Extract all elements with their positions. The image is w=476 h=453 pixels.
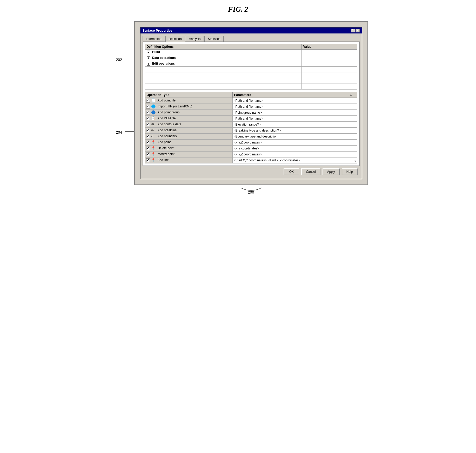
checkbox-modify-point[interactable]: [146, 153, 150, 156]
annotation-202: 202: [116, 58, 122, 62]
expand-icon-data-ops[interactable]: +: [147, 56, 150, 60]
op-label-add-contour: Add contour data: [158, 122, 181, 126]
add-point-group-icon: 🔵: [151, 110, 156, 115]
checkbox-add-point[interactable]: [146, 141, 150, 144]
op-label-modify-point: Modify point: [158, 152, 175, 156]
expand-icon-build[interactable]: +: [147, 51, 150, 54]
op-param-modify-point: <X,Y,Z coordinates>: [234, 153, 262, 156]
ops-col-type: Operation Type: [145, 92, 232, 98]
operations-wrapper: Operation Type Parameters ▲: [145, 92, 357, 163]
list-item: ○ Add boundary <Boundary type and descri…: [145, 134, 357, 140]
op-param-delete-point: <X,Y coordinates>: [234, 147, 259, 150]
operations-table: Operation Type Parameters ▲: [145, 92, 357, 163]
add-line-icon: 📍: [151, 158, 156, 163]
op-label-add-point-group: Add point group: [158, 111, 180, 114]
op-param-add-dem: <Path and file name>: [234, 117, 263, 120]
figure-title: FIG. 2: [228, 5, 248, 13]
title-bar: Surface Properties ? X: [140, 28, 362, 33]
op-label-delete-point: Delete point: [158, 146, 174, 150]
tab-definition[interactable]: Definition: [165, 36, 185, 42]
ok-button[interactable]: OK: [284, 168, 299, 175]
op-param-add-point: <X,Y,Z coordinates>: [234, 141, 262, 144]
edit-operations-label: Edit operations: [152, 62, 175, 65]
checkbox-add-breakline[interactable]: [146, 129, 150, 132]
op-label-add-point: Add point: [158, 140, 171, 144]
table-row: + Build: [145, 50, 357, 55]
data-operations-label: Data operations: [152, 56, 176, 60]
add-dem-icon: 📋: [151, 116, 156, 121]
list-item: 🌐 Import TIN (or LandXML) <Path and file…: [145, 104, 357, 110]
op-param-add-boundary: <Boundary type and description: [234, 135, 278, 138]
list-item: ≋ Add contour data <Elevation range?>: [145, 122, 357, 128]
list-item: 📄 Add point file <Path and file name>: [145, 98, 357, 104]
add-point-icon: 📍: [151, 140, 156, 145]
import-tin-icon: 🌐: [151, 104, 156, 109]
checkbox-import-tin[interactable]: [146, 105, 150, 108]
checkbox-add-point-file[interactable]: [146, 99, 150, 102]
tab-analysis[interactable]: Analysis: [186, 36, 204, 42]
list-item: 🔵 Add point group <Point group name>: [145, 110, 357, 116]
tab-bar: Information Definition Analysis Statisti…: [143, 36, 360, 42]
checkbox-add-dem[interactable]: [146, 117, 150, 120]
table-row: [145, 72, 357, 78]
op-param-add-breakline: <Breakline type and description?>: [234, 129, 281, 132]
tab-information[interactable]: Information: [143, 36, 165, 42]
add-breakline-icon: ✏: [151, 128, 156, 133]
dialog-title: Surface Properties: [143, 29, 173, 32]
help-button[interactable]: Help: [342, 168, 358, 175]
table-row: [145, 84, 357, 90]
add-point-file-icon: 📄: [151, 98, 156, 103]
list-item: 📍 Delete point <X,Y coordinates>: [145, 146, 357, 152]
expand-icon-edit-ops[interactable]: +: [147, 62, 150, 66]
dialog-window: Surface Properties ? X Information Defin…: [140, 27, 362, 179]
table-row: [145, 67, 357, 72]
checkbox-add-line[interactable]: [146, 159, 150, 162]
add-contour-icon: ≋: [151, 122, 156, 127]
help-title-button[interactable]: ?: [351, 29, 355, 32]
list-item: ✏ Add breakline <Breakline type and desc…: [145, 128, 357, 134]
table-row: + Data operations: [145, 55, 357, 61]
def-col-options: Definition Options: [145, 44, 301, 50]
build-label: Build: [152, 50, 160, 54]
tab-statistics[interactable]: Statistics: [204, 36, 224, 42]
checkbox-add-point-group[interactable]: [146, 111, 150, 114]
add-boundary-icon: ○: [151, 134, 156, 139]
scroll-down-indicator: ▼: [354, 160, 357, 163]
list-item: 📍 Add line <Start X,Y coordinates>, <End…: [145, 157, 357, 163]
op-label-add-line: Add line: [158, 158, 169, 162]
op-param-add-point-group: <Point group name>: [234, 111, 262, 114]
cancel-button[interactable]: Cancel: [301, 168, 320, 175]
table-row: [145, 78, 357, 84]
checkbox-add-contour[interactable]: [146, 123, 150, 126]
apply-button[interactable]: Apply: [323, 168, 340, 175]
table-row: + Edit operations: [145, 61, 357, 67]
dialog-content: Information Definition Analysis Statisti…: [140, 33, 362, 179]
op-label-add-breakline: Add breakline: [158, 128, 177, 132]
modify-point-icon: 📍: [151, 152, 156, 157]
op-label-import-tin: Import TIN (or LandXML): [158, 105, 192, 108]
ops-col-params: Parameters ▲: [232, 92, 357, 98]
outer-container: Surface Properties ? X Information Defin…: [134, 21, 368, 185]
list-item: 📍 Modify point <X,Y,Z coordinates>: [145, 152, 357, 157]
list-item: 📍 Add point <X,Y,Z coordinates>: [145, 140, 357, 146]
definition-options-table: Definition Options Value + Build: [145, 44, 357, 90]
op-param-add-contour: <Elevation range?>: [234, 123, 261, 126]
annotation-204: 204: [116, 130, 122, 134]
op-param-add-line: <Start X,Y coordinates>, <End X,Y coordi…: [234, 159, 300, 162]
op-label-add-point-file: Add point file: [158, 99, 176, 102]
button-row: OK Cancel Apply Help: [143, 166, 360, 177]
delete-point-icon: 📍: [151, 146, 156, 151]
op-param-import-tin: <Path and file name>: [234, 105, 263, 108]
close-title-button[interactable]: X: [356, 29, 360, 32]
op-param-add-point-file: <Path and file name>: [234, 99, 263, 102]
tab-content: Definition Options Value + Build: [143, 42, 360, 166]
op-label-add-boundary: Add boundary: [158, 134, 177, 138]
checkbox-delete-point[interactable]: [146, 147, 150, 150]
checkbox-add-boundary[interactable]: [146, 135, 150, 138]
op-label-add-dem: Add DEM file: [158, 116, 176, 120]
list-item: 📋 Add DEM file <Path and file name>: [145, 116, 357, 122]
def-col-value: Value: [301, 44, 357, 50]
